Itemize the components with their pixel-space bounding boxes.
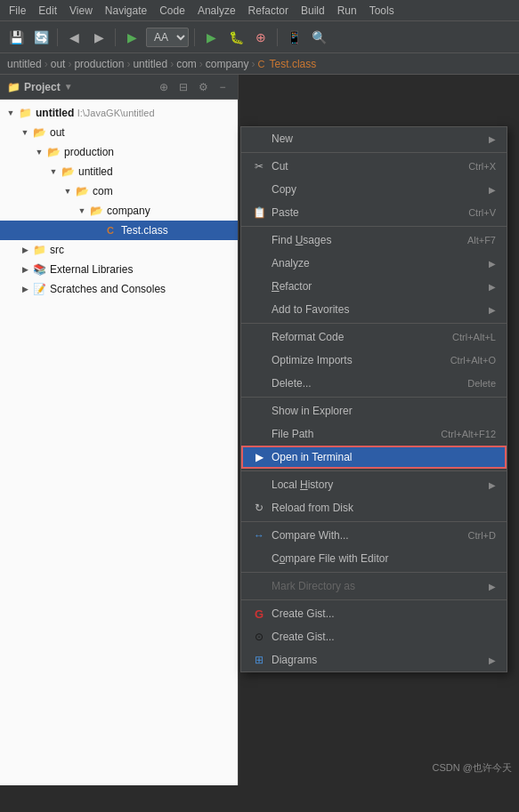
toolbar-save-btn[interactable]: 💾 (5, 27, 27, 48)
toolbar-search-btn[interactable]: 🔍 (308, 27, 329, 48)
breadcrumb-com[interactable]: com (176, 58, 197, 70)
menu-view[interactable]: View (64, 3, 98, 19)
ctx-optimizeimports-shortcut: Ctrl+Alt+O (450, 355, 496, 366)
ctx-comparewith-label: Compare With... (272, 529, 349, 542)
toolbar-back-btn[interactable]: ◀ (63, 27, 85, 48)
ctx-localhistory[interactable]: Local History ▶ (241, 473, 507, 496)
ctx-new[interactable]: New ▶ (241, 127, 507, 150)
toolbar-run-config-btn[interactable]: ▶ (121, 27, 142, 48)
tree-label-out: out (50, 126, 65, 139)
tree-item-out[interactable]: ▼ 📂 out (0, 123, 238, 142)
project-action-layout[interactable]: ⊟ (175, 79, 191, 95)
ctx-markdirectoryas: Mark Directory as ▶ (241, 575, 507, 598)
tree-icon-com: 📂 (75, 184, 89, 198)
ctx-findusages[interactable]: Find Usages Alt+F7 (241, 229, 507, 252)
tree-arrow-root: ▼ (4, 109, 18, 117)
menu-code[interactable]: Code (154, 3, 191, 19)
ctx-paste[interactable]: 📋 Paste Ctrl+V (241, 201, 507, 224)
menu-file[interactable]: File (4, 3, 31, 19)
ctx-diagrams-label: Diagrams (272, 654, 317, 666)
menu-build[interactable]: Build (296, 3, 330, 19)
ctx-sep6 (241, 521, 507, 522)
menu-edit[interactable]: Edit (33, 3, 62, 19)
ctx-cut-label: Cut (272, 160, 288, 173)
tree-icon-scratches: 📝 (32, 282, 46, 296)
ctx-cut[interactable]: ✂ Cut Ctrl+X (241, 155, 507, 178)
ctx-new-icon (252, 132, 266, 146)
tree-icon-company: 📂 (89, 204, 103, 218)
tree-item-root[interactable]: ▼ 📁 untitled I:\JavaGK\untitled (0, 103, 238, 123)
ctx-markdirectoryas-label: Mark Directory as (272, 580, 355, 592)
tree-item-production[interactable]: ▼ 📂 production (0, 142, 238, 162)
ctx-filepath[interactable]: File Path Ctrl+Alt+F12 (241, 422, 507, 446)
ctx-analyze[interactable]: Analyze ▶ (241, 252, 507, 275)
toolbar-sep-3 (194, 28, 195, 46)
project-action-minimize[interactable]: − (215, 79, 231, 95)
breadcrumb-testclass[interactable]: C Test.class (258, 58, 317, 70)
tree-label-root: untitled I:\JavaGK\untitled (36, 107, 155, 119)
ctx-localhistory-label: Local History (272, 478, 333, 491)
ctx-openinterminal[interactable]: ▶ Open in Terminal (241, 446, 507, 469)
toolbar-sep-1 (57, 28, 58, 46)
toolbar-profile-btn[interactable]: ⊕ (250, 27, 272, 48)
breadcrumb-out[interactable]: out (51, 58, 66, 70)
ctx-addtofav-label: Add to Favorites (272, 303, 349, 316)
ctx-sep8 (241, 599, 507, 600)
ctx-creategist2[interactable]: ⊙ Create Gist... (241, 625, 507, 648)
toolbar-scheme-select[interactable]: AA (146, 28, 189, 47)
toolbar-sync-btn[interactable]: 🔄 (30, 27, 52, 48)
ctx-copy[interactable]: Copy ▶ (241, 178, 507, 201)
ctx-refactor[interactable]: Refactor ▶ (241, 275, 507, 298)
tree-item-untitled2[interactable]: ▼ 📂 untitled (0, 162, 238, 181)
ctx-showinexplorer-icon (252, 404, 266, 418)
toolbar-vcs-btn[interactable]: 📱 (283, 27, 304, 48)
toolbar-sep-4 (277, 28, 278, 46)
breadcrumb-untitled[interactable]: untitled (7, 58, 42, 70)
watermark: CSDN @也许今天 (433, 761, 512, 775)
ctx-analyze-icon (252, 256, 266, 270)
project-action-settings[interactable]: ⚙ (195, 79, 211, 95)
menu-run[interactable]: Run (332, 3, 362, 19)
menu-tools[interactable]: Tools (364, 3, 400, 19)
tree-icon-testclass: C (103, 223, 118, 237)
menu-analyze[interactable]: Analyze (192, 3, 241, 19)
ctx-optimizeimports[interactable]: Optimize Imports Ctrl+Alt+O (241, 349, 507, 372)
ctx-new-left: New (252, 132, 293, 146)
ctx-diagrams[interactable]: ⊞ Diagrams ▶ (241, 648, 507, 671)
tree-item-src[interactable]: ▶ 📁 src (0, 240, 238, 260)
ctx-comparefileeditor-icon (252, 551, 266, 566)
ctx-copy-arrow: ▶ (489, 185, 496, 195)
toolbar-debug-btn[interactable]: 🐛 (225, 27, 247, 48)
breadcrumb-production[interactable]: production (74, 58, 124, 70)
breadcrumb-untitled2[interactable]: untitled (133, 58, 167, 70)
tree-icon-src: 📁 (32, 243, 46, 257)
ctx-new-arrow: ▶ (489, 134, 496, 144)
ctx-reformatcode-label: Reformat Code (272, 331, 344, 343)
tree-item-extlibs[interactable]: ▶ 📚 External Libraries (0, 260, 238, 279)
tree-item-testclass[interactable]: C Test.class (0, 221, 238, 240)
ctx-reformatcode-icon (252, 330, 266, 344)
ctx-comparefileeditor[interactable]: Compare File with Editor (241, 547, 507, 570)
tree-item-company[interactable]: ▼ 📂 company (0, 201, 238, 221)
menu-navigate[interactable]: Navigate (100, 3, 152, 19)
ctx-delete[interactable]: Delete... Delete (241, 372, 507, 395)
ctx-addtofav[interactable]: Add to Favorites ▶ (241, 298, 507, 321)
ctx-showinexplorer[interactable]: Show in Explorer (241, 399, 507, 422)
ctx-sep1 (241, 152, 507, 153)
ctx-optimizeimports-icon (252, 353, 266, 367)
tree-item-scratches[interactable]: ▶ 📝 Scratches and Consoles (0, 279, 238, 299)
toolbar-run-btn[interactable]: ▶ (200, 27, 222, 48)
tree-item-com[interactable]: ▼ 📂 com (0, 181, 238, 201)
project-action-globe[interactable]: ⊕ (156, 79, 172, 95)
ctx-delete-icon (252, 376, 266, 390)
file-tree: ▼ 📁 untitled I:\JavaGK\untitled ▼ 📂 out … (0, 100, 238, 785)
ctx-reloadfromdisk[interactable]: ↻ Reload from Disk (241, 496, 507, 519)
ctx-reformatcode[interactable]: Reformat Code Ctrl+Alt+L (241, 326, 507, 349)
breadcrumb-company[interactable]: company (206, 58, 249, 70)
toolbar-forward-btn[interactable]: ▶ (88, 27, 109, 48)
ctx-reloadfromdisk-icon: ↻ (252, 501, 266, 515)
ctx-creategist1[interactable]: G Create Gist... (241, 602, 507, 625)
ctx-comparewith[interactable]: ↔ Compare With... Ctrl+D (241, 524, 507, 547)
menu-refactor[interactable]: Refactor (243, 3, 294, 19)
project-dropdown-icon[interactable]: ▼ (64, 82, 73, 92)
